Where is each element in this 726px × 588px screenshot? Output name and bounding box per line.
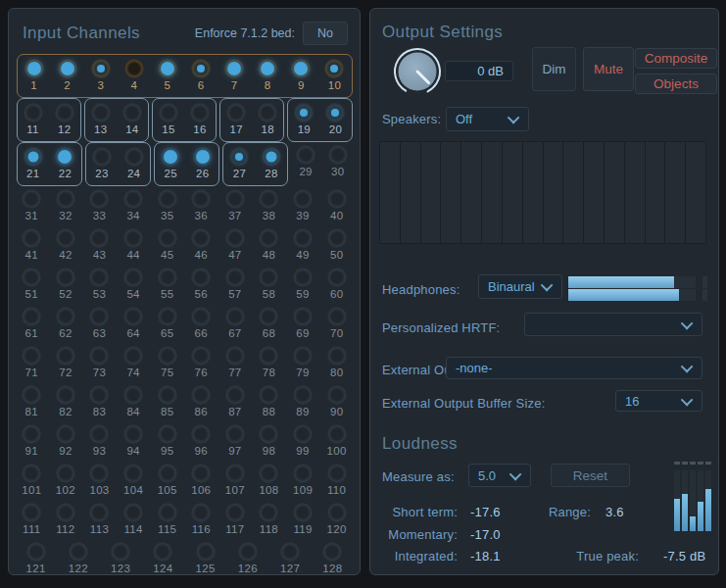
channel-cell-58[interactable]: 58: [252, 265, 286, 304]
channel-cell-127[interactable]: 127: [269, 539, 312, 575]
channel-cell-22[interactable]: 22: [49, 144, 81, 184]
channel-cell-63[interactable]: 63: [82, 304, 117, 343]
channel-cell-36[interactable]: 36: [184, 186, 218, 225]
channel-cell-102[interactable]: 102: [49, 461, 83, 500]
channel-cell-115[interactable]: 115: [150, 500, 184, 539]
channel-cell-76[interactable]: 76: [184, 343, 218, 382]
channel-cell-49[interactable]: 49: [286, 225, 320, 265]
channel-cell-17[interactable]: 17: [220, 100, 252, 140]
channel-cell-122[interactable]: 122: [57, 539, 99, 575]
channel-cell-107[interactable]: 107: [218, 461, 253, 500]
channel-cell-13[interactable]: 13: [85, 100, 117, 140]
channel-cell-42[interactable]: 42: [49, 225, 83, 265]
channel-cell-62[interactable]: 62: [49, 304, 83, 343]
channel-cell-40[interactable]: 40: [319, 186, 354, 225]
channel-cell-93[interactable]: 93: [82, 421, 117, 461]
channel-cell-116[interactable]: 116: [184, 500, 218, 539]
channel-cell-31[interactable]: 31: [15, 186, 49, 225]
channel-cell-128[interactable]: 128: [312, 539, 354, 575]
channel-cell-45[interactable]: 45: [150, 225, 184, 265]
channel-cell-23[interactable]: 23: [86, 144, 119, 184]
speakers-dropdown[interactable]: Off: [446, 107, 529, 131]
channel-cell-81[interactable]: 81: [15, 382, 49, 421]
channel-cell-108[interactable]: 108: [252, 461, 286, 500]
channel-cell-44[interactable]: 44: [117, 225, 151, 265]
channel-cell-75[interactable]: 75: [150, 343, 184, 382]
channel-cell-89[interactable]: 89: [286, 382, 320, 421]
channel-cell-99[interactable]: 99: [286, 421, 320, 461]
channel-cell-19[interactable]: 19: [288, 100, 319, 140]
channel-cell-9[interactable]: 9: [284, 56, 317, 96]
channel-cell-50[interactable]: 50: [319, 225, 354, 265]
mute-button[interactable]: Mute: [583, 47, 634, 91]
channel-cell-67[interactable]: 67: [218, 304, 253, 343]
channel-cell-6[interactable]: 6: [184, 56, 218, 96]
channel-cell-94[interactable]: 94: [117, 421, 151, 461]
channel-cell-114[interactable]: 114: [117, 500, 151, 539]
channel-cell-97[interactable]: 97: [218, 421, 253, 461]
channel-cell-72[interactable]: 72: [49, 343, 83, 382]
channel-cell-111[interactable]: 111: [15, 500, 49, 539]
channel-cell-32[interactable]: 32: [49, 186, 83, 225]
objects-button[interactable]: Objects: [635, 74, 717, 94]
channel-cell-86[interactable]: 86: [184, 382, 218, 421]
channel-cell-78[interactable]: 78: [252, 343, 286, 382]
channel-cell-56[interactable]: 56: [184, 265, 218, 304]
channel-cell-82[interactable]: 82: [49, 382, 83, 421]
channel-cell-61[interactable]: 61: [15, 304, 49, 343]
channel-cell-2[interactable]: 2: [51, 56, 84, 96]
channel-cell-28[interactable]: 28: [256, 144, 288, 184]
output-gain-knob[interactable]: [392, 46, 443, 97]
channel-cell-120[interactable]: 120: [319, 500, 354, 539]
buffer-size-dropdown[interactable]: 16: [615, 390, 702, 412]
channel-cell-77[interactable]: 77: [218, 343, 253, 382]
channel-cell-91[interactable]: 91: [15, 421, 49, 461]
channel-cell-71[interactable]: 71: [15, 343, 49, 382]
channel-cell-34[interactable]: 34: [117, 186, 151, 225]
channel-cell-18[interactable]: 18: [252, 100, 283, 140]
composite-button[interactable]: Composite: [635, 48, 717, 69]
channel-cell-123[interactable]: 123: [100, 539, 142, 575]
channel-cell-66[interactable]: 66: [184, 304, 218, 343]
channel-cell-41[interactable]: 41: [15, 225, 49, 265]
channel-cell-104[interactable]: 104: [117, 461, 151, 500]
hrtf-dropdown[interactable]: [524, 313, 702, 336]
channel-cell-12[interactable]: 12: [49, 100, 80, 140]
channel-cell-98[interactable]: 98: [252, 421, 286, 461]
channel-cell-57[interactable]: 57: [218, 265, 253, 304]
channel-cell-70[interactable]: 70: [319, 304, 354, 343]
channel-cell-88[interactable]: 88: [252, 382, 286, 421]
channel-cell-85[interactable]: 85: [150, 382, 184, 421]
channel-cell-118[interactable]: 118: [252, 500, 286, 539]
channel-cell-59[interactable]: 59: [286, 265, 320, 304]
channel-cell-80[interactable]: 80: [319, 343, 354, 382]
channel-cell-87[interactable]: 87: [218, 382, 253, 421]
gain-value-display[interactable]: 0 dB: [445, 61, 513, 81]
measure-as-dropdown[interactable]: 5.0: [468, 464, 531, 487]
channel-cell-60[interactable]: 60: [319, 265, 354, 304]
channel-cell-46[interactable]: 46: [184, 225, 218, 265]
enforce-bed-toggle-button[interactable]: No: [303, 22, 348, 45]
channel-cell-110[interactable]: 110: [319, 461, 354, 500]
channel-cell-73[interactable]: 73: [82, 343, 117, 382]
channel-cell-126[interactable]: 126: [226, 539, 268, 575]
channel-cell-7[interactable]: 7: [218, 56, 251, 96]
channel-cell-64[interactable]: 64: [117, 304, 151, 343]
channel-cell-69[interactable]: 69: [286, 304, 320, 343]
channel-cell-10[interactable]: 10: [317, 56, 351, 96]
channel-cell-21[interactable]: 21: [18, 144, 50, 184]
channel-cell-51[interactable]: 51: [15, 265, 49, 304]
channel-cell-124[interactable]: 124: [142, 539, 184, 575]
channel-cell-5[interactable]: 5: [151, 56, 184, 96]
channel-cell-48[interactable]: 48: [252, 225, 286, 265]
channel-cell-121[interactable]: 121: [15, 539, 57, 575]
channel-cell-14[interactable]: 14: [117, 100, 148, 140]
channel-cell-125[interactable]: 125: [184, 539, 226, 575]
channel-cell-37[interactable]: 37: [218, 186, 253, 225]
channel-cell-96[interactable]: 96: [184, 421, 218, 461]
channel-cell-90[interactable]: 90: [319, 382, 354, 421]
channel-cell-33[interactable]: 33: [82, 186, 117, 225]
channel-cell-24[interactable]: 24: [118, 144, 150, 184]
channel-cell-74[interactable]: 74: [117, 343, 151, 382]
channel-cell-47[interactable]: 47: [218, 225, 253, 265]
